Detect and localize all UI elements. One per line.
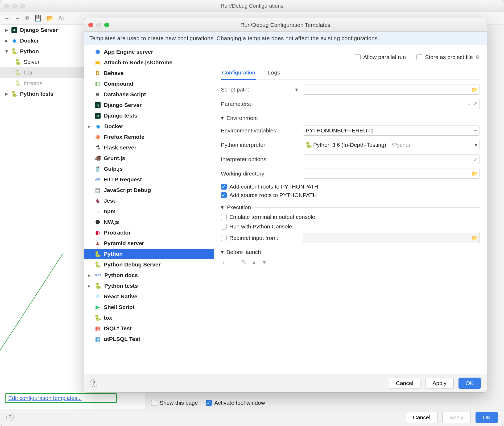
expand-icon[interactable]: ⤢ — [473, 156, 477, 162]
folder-icon[interactable]: 📁 — [472, 87, 477, 93]
show-this-page-checkbox[interactable]: Show this page — [151, 400, 198, 406]
help-icon[interactable]: ? — [6, 414, 14, 421]
tmpl-docker[interactable]: ▸◆Docker — [84, 121, 214, 132]
tmpl-js-debug[interactable]: ▤JavaScript Debug — [84, 185, 214, 195]
tmpl-jest[interactable]: ♞Jest — [84, 195, 214, 206]
chevron-right-icon[interactable]: ▸ — [5, 27, 9, 33]
redirect-input-checkbox[interactable]: Redirect input from: — [221, 235, 298, 241]
tmpl-firefox[interactable]: ◉Firefox Remote — [84, 132, 214, 142]
script-path-input[interactable]: 📁 — [303, 85, 480, 95]
tmpl-nwjs[interactable]: ⬣NW.js — [84, 217, 214, 227]
back-cancel-button[interactable]: Cancel — [406, 412, 437, 423]
sort-az-icon[interactable]: A↓ — [58, 15, 65, 22]
tab-logs[interactable]: Logs — [267, 67, 281, 80]
tmpl-protractor[interactable]: ◐Protractor — [84, 227, 214, 238]
npm-icon: n — [95, 208, 101, 214]
parameters-label: Parameters: — [221, 101, 298, 107]
tmpl-py-docs[interactable]: ▸RSTPython docs — [84, 270, 214, 281]
tmpl-py-tests[interactable]: ▸🐍Python tests — [84, 281, 214, 291]
environment-section[interactable]: ▾Environment — [221, 115, 480, 121]
database-icon: ≡ — [95, 91, 101, 97]
gear-icon[interactable]: ⚙ — [476, 54, 480, 60]
allow-parallel-checkbox[interactable]: Allow parallel run — [355, 54, 406, 60]
chevron-right-icon[interactable]: ▸ — [5, 37, 9, 44]
tmpl-py-debug-server[interactable]: 🐍Python Debug Server — [84, 259, 214, 270]
tmpl-compound[interactable]: ▥Compound — [84, 78, 214, 89]
add-source-roots-checkbox[interactable]: ✓Add source roots to PYTHONPATH — [221, 192, 480, 198]
python-tests-icon: 🐍 — [11, 91, 17, 97]
env-vars-input[interactable]: PYTHONUNBUFFERED=1☰ — [303, 126, 480, 136]
add-icon[interactable]: ＋ — [466, 101, 471, 107]
before-launch-section[interactable]: ▾Before launch — [221, 249, 480, 255]
python-icon: 🐍 — [11, 48, 17, 54]
remove-icon[interactable]: － — [15, 14, 20, 22]
info-strip: Templates are used to create new configu… — [84, 32, 487, 45]
tmpl-python[interactable]: 🐍Python — [84, 249, 214, 259]
store-project-file-checkbox[interactable]: Store as project file⚙ — [416, 54, 480, 60]
tab-configuration[interactable]: Configuration — [221, 67, 256, 80]
up-icon: ▲ — [251, 259, 257, 266]
python-file-dim-icon: 🐍 — [15, 80, 21, 86]
parameters-input[interactable]: ＋⤢ — [303, 99, 480, 109]
interp-opts-input[interactable]: ⤢ — [303, 154, 480, 164]
chevron-right-icon[interactable]: ▸ — [88, 272, 92, 278]
expand-icon[interactable]: ⤢ — [473, 101, 477, 107]
add-icon[interactable]: ＋ — [221, 259, 226, 266]
run-python-console-checkbox[interactable]: Run with Python Console — [221, 223, 480, 230]
django-icon: dj — [95, 102, 101, 108]
add-icon[interactable]: ＋ — [4, 14, 10, 22]
chevron-down-icon[interactable]: ▾ — [474, 142, 477, 148]
tmpl-tox[interactable]: 🐍tox — [84, 312, 214, 323]
list-icon[interactable]: ☰ — [473, 128, 477, 133]
gulp-icon: 🥤 — [95, 166, 101, 172]
dialog-apply-button[interactable]: Apply — [425, 378, 454, 389]
folder-up-icon[interactable]: 📂 — [46, 15, 53, 22]
py-interp-select[interactable]: 🐍Python 3.6 (In-Depth-Testing)~/Pychar▾ — [303, 140, 480, 150]
tox-icon: 🐍 — [95, 315, 101, 321]
tmpl-attach-node[interactable]: ▣Attach to Node.js/Chrome — [84, 57, 214, 68]
execution-section[interactable]: ▾Execution — [221, 204, 480, 211]
workdir-input[interactable]: 📁 — [303, 169, 480, 179]
template-list[interactable]: ⬢App Engine server ▣Attach to Node.js/Ch… — [84, 47, 214, 374]
tmpl-react-native[interactable]: ⚛React Native — [84, 291, 214, 302]
remove-icon: － — [231, 259, 237, 266]
save-icon[interactable]: 💾 — [34, 15, 42, 22]
chevron-down-icon[interactable]: ▾ — [5, 48, 9, 55]
nodejs-icon: ▣ — [95, 60, 101, 65]
tmpl-django-tests[interactable]: djDjango tests — [84, 110, 214, 121]
copy-icon[interactable]: ⧉ — [25, 15, 30, 22]
app-engine-icon: ⬢ — [95, 49, 101, 55]
tmpl-tsqlt[interactable]: ▦tSQLt Test — [84, 323, 214, 334]
tmpl-npm[interactable]: nnpm — [84, 206, 214, 217]
folder-icon[interactable]: 📁 — [472, 171, 477, 177]
add-content-roots-checkbox[interactable]: ✓Add content roots to PYTHONPATH — [221, 183, 480, 190]
tmpl-behave[interactable]: BBehave — [84, 68, 214, 78]
back-ok-button[interactable]: OK — [476, 412, 498, 423]
activate-tool-window-checkbox[interactable]: ✓Activate tool window — [206, 400, 265, 406]
chevron-down-icon[interactable]: ▾ — [295, 86, 298, 93]
tmpl-http[interactable]: APIHTTP Request — [84, 174, 214, 185]
edit-templates-link[interactable]: Edit configuration templates... — [8, 395, 82, 401]
chevron-right-icon[interactable]: ▸ — [88, 123, 92, 130]
dialog-ok-button[interactable]: OK — [458, 378, 481, 389]
django-icon: dj — [11, 27, 17, 33]
python-icon: 🐍 — [95, 251, 101, 257]
help-icon[interactable]: ? — [90, 379, 97, 387]
folder-icon[interactable]: 📁 — [472, 235, 477, 241]
tmpl-app-engine[interactable]: ⬢App Engine server — [84, 47, 214, 57]
tmpl-grunt[interactable]: 🐗Grunt.js — [84, 153, 214, 164]
tmpl-django-server[interactable]: djDjango Server — [84, 100, 214, 110]
back-window-title: Run/Debug Configurations — [0, 3, 504, 9]
tmpl-pyramid[interactable]: ▲Pyramid server — [84, 238, 214, 249]
tmpl-utplsql[interactable]: ▦utPLSQL Test — [84, 334, 214, 344]
back-apply-button[interactable]: Apply — [442, 412, 471, 423]
chevron-right-icon[interactable]: ▸ — [5, 91, 9, 97]
chevron-down-icon: ▾ — [221, 115, 224, 121]
tmpl-shell[interactable]: ▶Shell Script — [84, 302, 214, 312]
chevron-right-icon[interactable]: ▸ — [88, 283, 92, 289]
tmpl-db-script[interactable]: ≡Database Script — [84, 89, 214, 100]
dialog-cancel-button[interactable]: Cancel — [389, 378, 420, 389]
tmpl-gulp[interactable]: 🥤Gulp.js — [84, 164, 214, 174]
emulate-terminal-checkbox[interactable]: Emulate terminal in output console — [221, 214, 480, 220]
tmpl-flask[interactable]: ⚗Flask server — [84, 142, 214, 153]
